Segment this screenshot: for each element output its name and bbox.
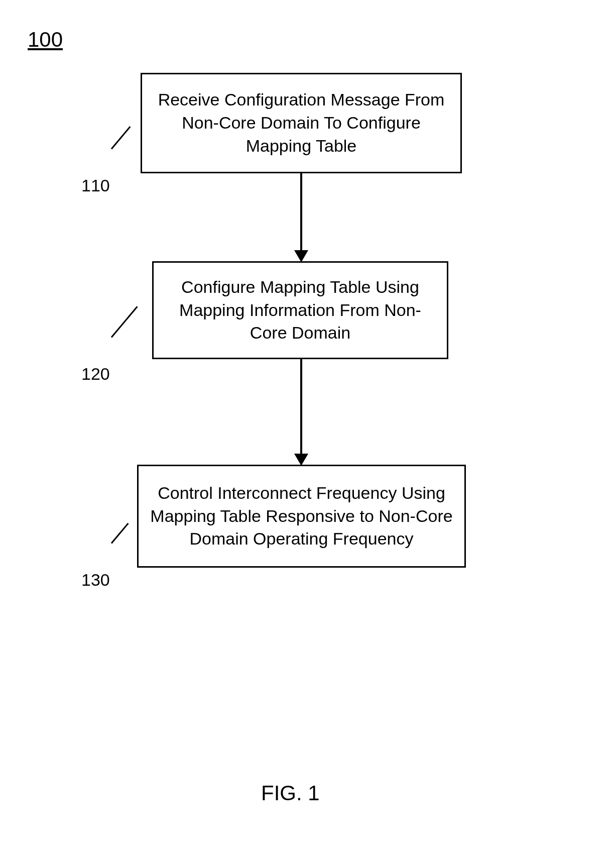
arrow-2 — [300, 359, 302, 455]
diagram-title: 100 — [28, 28, 63, 52]
box-text: Receive Configuration Message From Non-C… — [152, 88, 450, 158]
box-label-110: 110 — [81, 176, 110, 195]
box-label-130: 130 — [81, 570, 110, 590]
box-text: Control Interconnect Frequency Using Map… — [149, 482, 454, 551]
label-connector-110 — [111, 126, 131, 149]
flowchart-box-130: Control Interconnect Frequency Using Map… — [137, 465, 466, 568]
flowchart-box-120: Configure Mapping Table Using Mapping In… — [152, 261, 448, 359]
label-connector-130 — [111, 523, 129, 544]
box-text: Configure Mapping Table Using Mapping In… — [164, 276, 437, 345]
arrow-1 — [300, 173, 302, 251]
arrowhead-1 — [294, 250, 308, 262]
label-connector-120 — [111, 306, 138, 338]
arrowhead-2 — [294, 454, 308, 466]
box-label-120: 120 — [81, 364, 110, 384]
flowchart-box-110: Receive Configuration Message From Non-C… — [141, 73, 462, 173]
figure-caption: FIG. 1 — [261, 781, 320, 805]
